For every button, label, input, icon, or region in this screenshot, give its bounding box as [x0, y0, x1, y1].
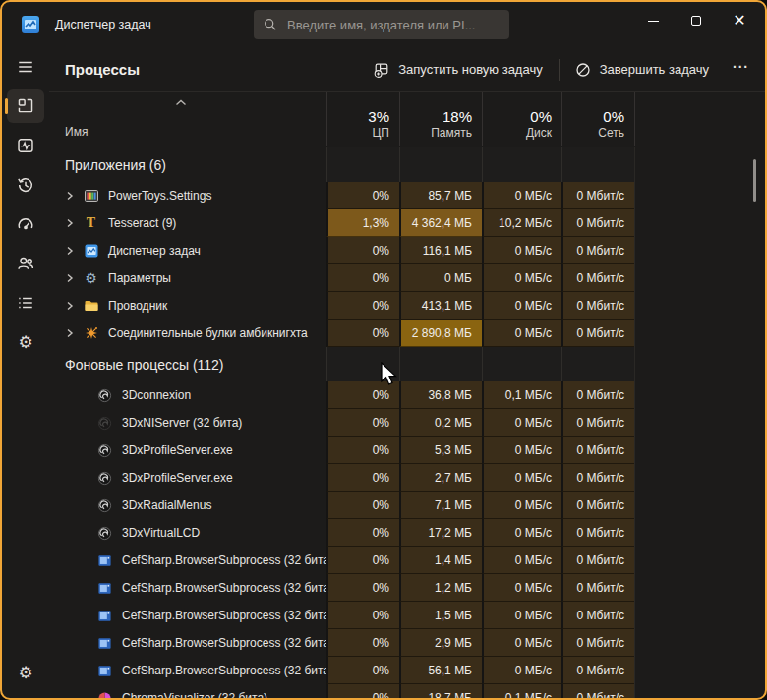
- process-name-cell: CefSharp.BrowserSubprocess (32 бита): [49, 657, 326, 684]
- sidebar-item-users[interactable]: [2, 244, 49, 283]
- end-task-button[interactable]: Завершить задачу: [561, 54, 723, 86]
- process-row[interactable]: ChromaVisualizer (32 бита)0%18,7 МБ0,1 М…: [49, 684, 765, 698]
- disk-column-header[interactable]: 0% Диск: [482, 92, 561, 146]
- process-row[interactable]: Соединительные булки амбикнигхта0%2 890,…: [49, 320, 765, 347]
- memory-cell: 2 890,8 МБ: [399, 320, 482, 347]
- process-name-cell: 3DxVirtualLCD: [49, 519, 326, 547]
- process-row[interactable]: Проводник0%413,1 МБ0 МБ/с0 Мбит/с: [49, 292, 765, 320]
- main-content: Процессы Запустить новую задачу: [49, 47, 765, 698]
- window-title: Диспетчер задач: [55, 18, 151, 31]
- sidebar-item-services[interactable]: ⚙: [2, 322, 49, 362]
- threedx-icon: [96, 387, 113, 404]
- disk-cell: 0 МБ/с: [482, 437, 561, 464]
- name-column-label: Имя: [65, 125, 88, 139]
- memory-cell: 2,9 МБ: [399, 629, 482, 657]
- process-name: 3DxRadialMenus: [122, 498, 211, 512]
- sidebar-item-app-history[interactable]: [2, 165, 49, 204]
- process-name: 3DxVirtualLCD: [122, 526, 200, 540]
- search-box[interactable]: [254, 10, 509, 39]
- row-filler: [634, 209, 765, 237]
- sidebar-item-settings[interactable]: ⚙: [2, 653, 49, 692]
- network-cell: 0 Мбит/с: [561, 381, 634, 409]
- threedx-icon: [96, 470, 113, 487]
- group-header-cell: [482, 347, 561, 381]
- process-row[interactable]: PowerToys.Settings0%85,7 МБ0 МБ/с0 Мбит/…: [49, 182, 765, 209]
- expand-chevron-icon[interactable]: [65, 301, 83, 311]
- hamburger-icon: [17, 58, 34, 76]
- sidebar-item-details[interactable]: [2, 283, 49, 322]
- sidebar-item-startup-apps[interactable]: [2, 204, 49, 244]
- process-row[interactable]: CefSharp.BrowserSubprocess (32 бита)0%1,…: [49, 574, 765, 602]
- process-row[interactable]: ⚙Параметры0%0 МБ0 МБ/с0 Мбит/с: [49, 264, 765, 292]
- network-cell: 0 Мбит/с: [561, 492, 634, 519]
- process-row[interactable]: 3DxProfileServer.exe0%5,3 МБ0 МБ/с0 Мбит…: [49, 437, 765, 464]
- process-row[interactable]: TTesseract (9)1,3%4 362,4 МБ10,2 МБ/с0 М…: [49, 209, 765, 237]
- process-name: Диспетчер задач: [108, 244, 201, 258]
- network-column-header[interactable]: 0% Сеть: [561, 92, 634, 146]
- row-filler: [634, 347, 765, 381]
- network-cell: 0 Мбит/с: [561, 464, 634, 492]
- row-filler: [634, 492, 765, 519]
- taskmanager-icon: [83, 243, 99, 260]
- process-row[interactable]: CefSharp.BrowserSubprocess (32 бита)0%1,…: [49, 602, 765, 629]
- expand-chevron-icon[interactable]: [65, 273, 83, 283]
- process-row[interactable]: CefSharp.BrowserSubprocess (32 бита)0%56…: [49, 657, 765, 684]
- minimize-button[interactable]: [631, 2, 675, 39]
- performance-icon: [17, 137, 34, 154]
- memory-column-header[interactable]: 18% Память: [399, 92, 482, 146]
- search-input[interactable]: [287, 18, 494, 32]
- cpu-cell: 0%: [326, 409, 399, 437]
- close-icon: ✕: [733, 13, 745, 29]
- cpu-cell: 0%: [326, 684, 399, 698]
- process-name-cell: ⚙Параметры: [49, 264, 326, 292]
- cpu-cell: 0%: [326, 182, 399, 209]
- group-header-cell: [561, 347, 634, 381]
- cpu-column-header[interactable]: 3% ЦП: [326, 92, 399, 146]
- toolbar-divider: [559, 59, 560, 81]
- memory-cell: 1,5 МБ: [399, 602, 482, 629]
- process-row[interactable]: 3DxProfileServer.exe0%2,7 МБ0 МБ/с0 Мбит…: [49, 464, 765, 492]
- cpu-cell: 0%: [326, 320, 399, 347]
- name-column-header[interactable]: Имя: [49, 92, 326, 146]
- maximize-button[interactable]: [675, 2, 718, 39]
- vertical-scrollbar-thumb[interactable]: [753, 159, 756, 202]
- process-row[interactable]: Диспетчер задач0%116,1 МБ0 МБ/с0 Мбит/с: [49, 237, 765, 264]
- memory-cell: 36,8 МБ: [399, 381, 482, 409]
- row-filler: [634, 684, 765, 698]
- titlebar: Диспетчер задач ✕: [2, 2, 765, 47]
- process-row[interactable]: 3Dconnexion0%36,8 МБ0,1 МБ/с0 Мбит/с: [49, 381, 765, 409]
- process-row[interactable]: 3DxRadialMenus0%7,1 МБ0 МБ/с0 Мбит/с: [49, 492, 765, 519]
- users-icon: [17, 255, 34, 272]
- close-button[interactable]: ✕: [718, 2, 761, 39]
- sidebar-item-performance[interactable]: [2, 126, 49, 165]
- run-new-task-button[interactable]: Запустить новую задачу: [360, 54, 556, 86]
- disk-cell: 0 МБ/с: [482, 519, 561, 547]
- process-name-cell: 3DxProfileServer.exe: [49, 437, 326, 464]
- sort-ascending-icon: [175, 99, 187, 106]
- more-options-button[interactable]: ···: [723, 59, 765, 81]
- row-filler: [634, 320, 765, 347]
- process-row[interactable]: CefSharp.BrowserSubprocess (32 бита)0%2,…: [49, 629, 765, 657]
- sidebar-item-menu[interactable]: [2, 47, 49, 87]
- expand-chevron-icon[interactable]: [65, 218, 83, 228]
- expand-chevron-icon[interactable]: [65, 328, 83, 338]
- process-row[interactable]: 3DxVirtualLCD0%17,2 МБ0 МБ/с0 Мбит/с: [49, 519, 765, 547]
- process-group-header: Фоновые процессы (112): [49, 347, 765, 381]
- group-header-cell: [399, 347, 482, 381]
- sidebar-item-processes[interactable]: [2, 87, 49, 126]
- mouse-cursor: [380, 362, 397, 387]
- disk-cell: 0,1 МБ/с: [482, 381, 561, 409]
- sidebar-bottom: ⚙: [2, 653, 49, 692]
- expand-chevron-icon[interactable]: [65, 191, 83, 201]
- sidebar: ⚙: [2, 47, 49, 698]
- network-cell: 0 Мбит/с: [561, 320, 634, 347]
- expand-chevron-icon[interactable]: [65, 246, 83, 256]
- memory-cell: 0 МБ: [399, 264, 482, 292]
- process-row[interactable]: 3DxNIServer (32 бита)0%0,2 МБ0 МБ/с0 Мби…: [49, 409, 765, 437]
- end-task-label: Завершить задачу: [600, 62, 709, 77]
- process-row[interactable]: CefSharp.BrowserSubprocess (32 бита)0%1,…: [49, 547, 765, 574]
- network-cell: 0 Мбит/с: [561, 264, 634, 292]
- row-filler: [634, 602, 765, 629]
- task-manager-app-icon: [22, 16, 39, 33]
- disk-cell: 0 МБ/с: [482, 264, 561, 292]
